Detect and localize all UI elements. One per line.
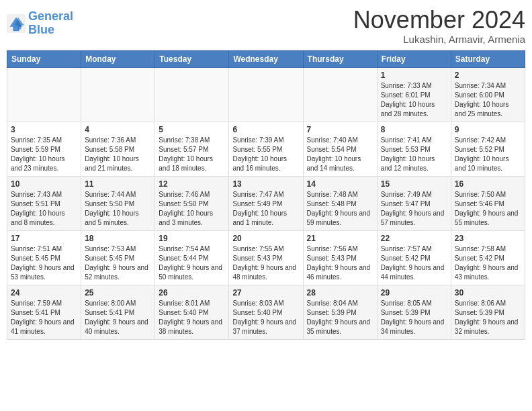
day-info: Sunrise: 7:54 AM Sunset: 5:44 PM Dayligh… [159,244,225,282]
day-number: 3 [11,125,77,134]
week-row-3: 10Sunrise: 7:43 AM Sunset: 5:51 PM Dayli… [7,176,525,230]
day-info: Sunrise: 7:58 AM Sunset: 5:42 PM Dayligh… [455,244,521,282]
logo: General Blue [7,10,73,37]
weekday-header-wednesday: Wednesday [229,50,303,67]
logo-icon [7,14,26,33]
day-info: Sunrise: 7:49 AM Sunset: 5:47 PM Dayligh… [381,190,447,228]
day-number: 15 [381,179,447,189]
day-number: 27 [232,288,299,298]
calendar: SundayMondayTuesdayWednesdayThursdayFrid… [7,50,525,340]
day-number: 6 [232,125,299,134]
calendar-cell: 15Sunrise: 7:49 AM Sunset: 5:47 PM Dayli… [377,176,451,230]
day-number: 9 [455,125,521,134]
day-info: Sunrise: 7:56 AM Sunset: 5:43 PM Dayligh… [307,244,373,282]
day-info: Sunrise: 7:51 AM Sunset: 5:45 PM Dayligh… [11,244,77,282]
week-row-2: 3Sunrise: 7:35 AM Sunset: 5:59 PM Daylig… [7,122,525,176]
calendar-cell: 27Sunrise: 8:03 AM Sunset: 5:40 PM Dayli… [229,285,303,339]
week-row-5: 24Sunrise: 7:59 AM Sunset: 5:41 PM Dayli… [7,285,525,339]
day-number: 7 [307,125,373,134]
day-number: 14 [307,179,373,189]
calendar-cell: 11Sunrise: 7:44 AM Sunset: 5:50 PM Dayli… [81,176,155,230]
day-info: Sunrise: 7:35 AM Sunset: 5:59 PM Dayligh… [11,136,77,173]
day-number: 21 [307,234,373,243]
calendar-cell: 10Sunrise: 7:43 AM Sunset: 5:51 PM Dayli… [7,176,81,230]
weekday-header-sunday: Sunday [7,50,81,67]
day-number: 30 [455,288,521,298]
page: General Blue November 2024 Lukashin, Arm… [7,7,525,340]
calendar-cell: 28Sunrise: 8:04 AM Sunset: 5:39 PM Dayli… [303,285,377,339]
week-row-1: 1Sunrise: 7:33 AM Sunset: 6:01 PM Daylig… [7,67,525,122]
calendar-cell [229,67,303,122]
weekday-header-row: SundayMondayTuesdayWednesdayThursdayFrid… [7,50,525,67]
calendar-cell: 25Sunrise: 8:00 AM Sunset: 5:41 PM Dayli… [81,285,155,339]
day-info: Sunrise: 7:53 AM Sunset: 5:45 PM Dayligh… [85,244,151,282]
day-number: 10 [11,179,77,189]
header: General Blue November 2024 Lukashin, Arm… [7,7,525,45]
day-info: Sunrise: 8:03 AM Sunset: 5:40 PM Dayligh… [232,299,299,336]
day-info: Sunrise: 7:43 AM Sunset: 5:51 PM Dayligh… [11,190,77,228]
day-number: 16 [455,179,521,189]
calendar-cell: 29Sunrise: 8:05 AM Sunset: 5:39 PM Dayli… [377,285,451,339]
calendar-cell: 18Sunrise: 7:53 AM Sunset: 5:45 PM Dayli… [81,230,155,285]
day-info: Sunrise: 7:42 AM Sunset: 5:52 PM Dayligh… [455,136,521,173]
day-number: 23 [455,234,521,243]
day-number: 12 [159,179,225,189]
title-block: November 2024 Lukashin, Armavir, Armenia [353,7,525,45]
calendar-cell [7,67,81,122]
day-number: 17 [11,234,77,243]
calendar-cell: 24Sunrise: 7:59 AM Sunset: 5:41 PM Dayli… [7,285,81,339]
calendar-cell: 14Sunrise: 7:48 AM Sunset: 5:48 PM Dayli… [303,176,377,230]
calendar-cell: 30Sunrise: 8:06 AM Sunset: 5:39 PM Dayli… [451,285,525,339]
calendar-cell [155,67,229,122]
calendar-cell: 7Sunrise: 7:40 AM Sunset: 5:54 PM Daylig… [303,122,377,176]
day-info: Sunrise: 7:59 AM Sunset: 5:41 PM Dayligh… [11,299,77,336]
day-info: Sunrise: 7:33 AM Sunset: 6:01 PM Dayligh… [381,81,447,119]
day-info: Sunrise: 8:01 AM Sunset: 5:40 PM Dayligh… [159,299,225,336]
day-number: 11 [85,179,151,189]
calendar-cell: 5Sunrise: 7:38 AM Sunset: 5:57 PM Daylig… [155,122,229,176]
calendar-cell [303,67,377,122]
calendar-cell: 19Sunrise: 7:54 AM Sunset: 5:44 PM Dayli… [155,230,229,285]
calendar-cell: 23Sunrise: 7:58 AM Sunset: 5:42 PM Dayli… [451,230,525,285]
calendar-cell: 16Sunrise: 7:50 AM Sunset: 5:46 PM Dayli… [451,176,525,230]
day-info: Sunrise: 7:40 AM Sunset: 5:54 PM Dayligh… [307,136,373,173]
day-number: 26 [159,288,225,298]
day-info: Sunrise: 7:46 AM Sunset: 5:50 PM Dayligh… [159,190,225,228]
calendar-cell: 17Sunrise: 7:51 AM Sunset: 5:45 PM Dayli… [7,230,81,285]
day-number: 2 [455,71,521,80]
day-info: Sunrise: 8:04 AM Sunset: 5:39 PM Dayligh… [307,299,373,336]
day-info: Sunrise: 7:36 AM Sunset: 5:58 PM Dayligh… [85,136,151,173]
day-info: Sunrise: 7:55 AM Sunset: 5:43 PM Dayligh… [232,244,299,282]
calendar-cell: 20Sunrise: 7:55 AM Sunset: 5:43 PM Dayli… [229,230,303,285]
day-info: Sunrise: 8:06 AM Sunset: 5:39 PM Dayligh… [455,299,521,336]
day-info: Sunrise: 7:41 AM Sunset: 5:53 PM Dayligh… [381,136,447,173]
calendar-cell [81,67,155,122]
day-info: Sunrise: 7:38 AM Sunset: 5:57 PM Dayligh… [159,136,225,173]
calendar-cell: 3Sunrise: 7:35 AM Sunset: 5:59 PM Daylig… [7,122,81,176]
week-row-4: 17Sunrise: 7:51 AM Sunset: 5:45 PM Dayli… [7,230,525,285]
day-info: Sunrise: 7:57 AM Sunset: 5:42 PM Dayligh… [381,244,447,282]
day-number: 18 [85,234,151,243]
day-info: Sunrise: 7:39 AM Sunset: 5:55 PM Dayligh… [232,136,299,173]
day-info: Sunrise: 8:05 AM Sunset: 5:39 PM Dayligh… [381,299,447,336]
day-number: 28 [307,288,373,298]
day-number: 5 [159,125,225,134]
calendar-cell: 12Sunrise: 7:46 AM Sunset: 5:50 PM Dayli… [155,176,229,230]
month-title: November 2024 [353,7,525,34]
day-number: 19 [159,234,225,243]
weekday-header-monday: Monday [81,50,155,67]
calendar-cell: 26Sunrise: 8:01 AM Sunset: 5:40 PM Dayli… [155,285,229,339]
location: Lukashin, Armavir, Armenia [353,34,525,45]
day-info: Sunrise: 7:47 AM Sunset: 5:49 PM Dayligh… [232,190,299,228]
calendar-cell: 22Sunrise: 7:57 AM Sunset: 5:42 PM Dayli… [377,230,451,285]
day-number: 20 [232,234,299,243]
weekday-header-friday: Friday [377,50,451,67]
weekday-header-thursday: Thursday [303,50,377,67]
day-info: Sunrise: 7:44 AM Sunset: 5:50 PM Dayligh… [85,190,151,228]
calendar-cell: 6Sunrise: 7:39 AM Sunset: 5:55 PM Daylig… [229,122,303,176]
day-number: 13 [232,179,299,189]
calendar-cell: 4Sunrise: 7:36 AM Sunset: 5:58 PM Daylig… [81,122,155,176]
calendar-cell: 9Sunrise: 7:42 AM Sunset: 5:52 PM Daylig… [451,122,525,176]
logo-text: General Blue [28,10,73,37]
day-info: Sunrise: 7:48 AM Sunset: 5:48 PM Dayligh… [307,190,373,228]
